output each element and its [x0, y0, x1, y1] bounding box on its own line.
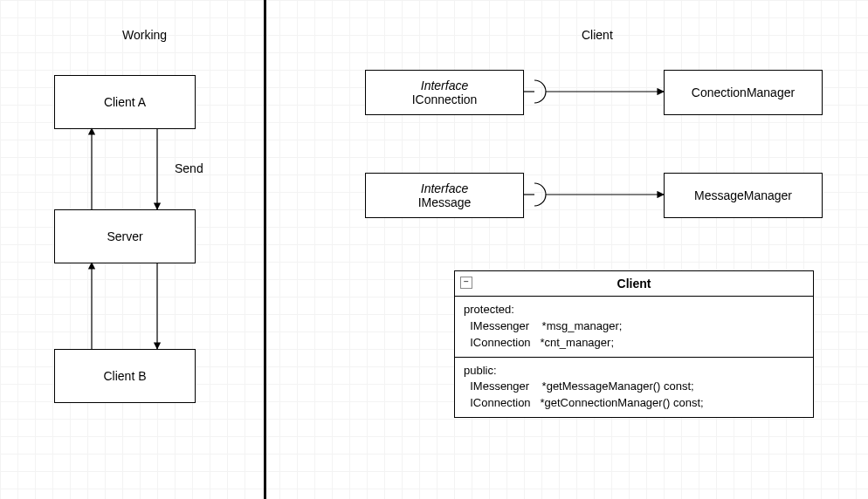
client-class-title-row: − Client [455, 271, 813, 297]
collapse-icon[interactable]: − [460, 277, 472, 289]
client-class-box: − Client protected: IMessenger *msg_mana… [454, 270, 814, 418]
client-b-label: Client B [103, 369, 146, 383]
imessage-stereo: Interface [421, 181, 468, 195]
client-a-box: Client A [54, 75, 196, 129]
server-box: Server [54, 209, 196, 263]
message-manager-box: MessageManager [664, 173, 823, 218]
iconnection-name: IConnection [412, 92, 478, 106]
server-label: Server [107, 229, 142, 243]
imessage-box: Interface IMessage [365, 173, 524, 218]
client-section-title: Client [582, 28, 613, 42]
client-class-public: public: IMessenger *getMessageManager() … [455, 358, 813, 418]
client-class-name: Client [617, 277, 651, 291]
vertical-divider [264, 0, 266, 499]
connection-manager-label: ConectionManager [692, 85, 795, 99]
message-manager-label: MessageManager [694, 188, 792, 202]
client-b-box: Client B [54, 349, 196, 403]
imessage-name: IMessage [418, 195, 472, 209]
working-title: Working [122, 28, 167, 42]
client-class-protected: protected: IMessenger *msg_manager; ICon… [455, 297, 813, 358]
iconnection-box: Interface IConnection [365, 70, 524, 115]
client-a-label: Client A [104, 95, 146, 109]
send-label: Send [175, 161, 203, 175]
connection-manager-box: ConectionManager [664, 70, 823, 115]
iconnection-stereo: Interface [421, 79, 468, 92]
